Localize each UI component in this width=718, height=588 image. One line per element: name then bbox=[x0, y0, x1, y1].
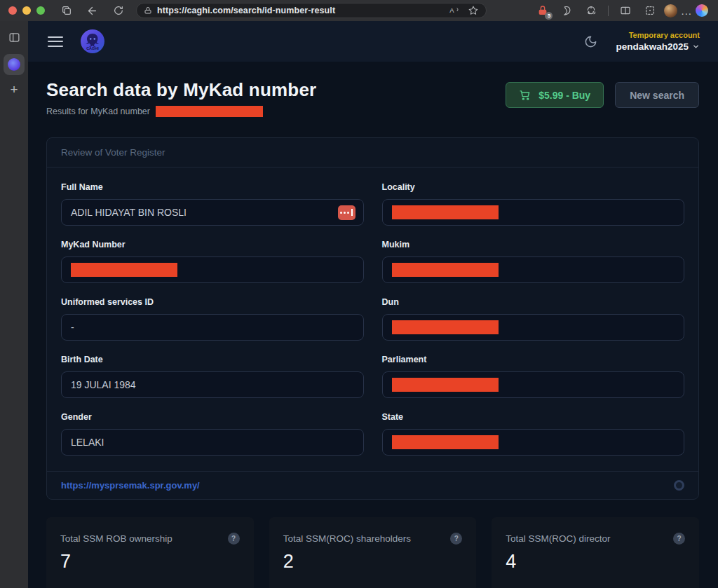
profile-avatar[interactable] bbox=[664, 4, 677, 18]
redacted-value-bar bbox=[71, 263, 177, 277]
field-gender: Gender LELAKI bbox=[61, 412, 364, 456]
window-controls bbox=[8, 6, 45, 15]
field-birth-date: Birth Date 19 JULAI 1984 bbox=[61, 355, 364, 398]
field-uniformed-services-id: Uniformed services ID - bbox=[61, 297, 364, 341]
redacted-value-bar bbox=[392, 320, 499, 334]
voter-register-card: Review of Voter Register Full Name ADIL … bbox=[46, 137, 699, 500]
app-window: CAGHI Temporary account pendakwah2025 Se… bbox=[28, 21, 718, 588]
password-manager-icon[interactable]: 5 bbox=[533, 1, 553, 20]
page-content: Search data by MyKad number Results for … bbox=[28, 62, 718, 588]
browser-chrome: https://caghi.com/search/id-number-resul… bbox=[0, 0, 718, 21]
gender-input[interactable]: LELAKI bbox=[61, 429, 364, 456]
toolbar-divider bbox=[608, 6, 609, 16]
source-link[interactable]: https://mysprsemak.spr.gov.my/ bbox=[61, 480, 200, 491]
app-logo-icon[interactable]: CAGHI bbox=[80, 29, 105, 54]
vpn-extension-icon[interactable] bbox=[556, 1, 577, 20]
field-dun: Dun bbox=[382, 297, 685, 341]
field-parliament: Parliament bbox=[382, 355, 685, 398]
password-badge: 5 bbox=[545, 12, 553, 20]
mykad-number-input[interactable] bbox=[61, 257, 364, 283]
account-type-label: Temporary account bbox=[616, 31, 700, 39]
buy-button-label: $5.99 - Buy bbox=[538, 90, 590, 101]
mukim-input[interactable] bbox=[382, 257, 685, 283]
help-icon[interactable]: ? bbox=[228, 533, 240, 545]
address-bar[interactable]: https://caghi.com/search/id-number-resul… bbox=[136, 3, 487, 18]
card-title: Review of Voter Register bbox=[47, 138, 698, 167]
copilot-icon[interactable] bbox=[696, 4, 708, 17]
field-locality: Locality bbox=[382, 182, 685, 226]
favorite-star-icon[interactable] bbox=[466, 1, 480, 20]
stat-value: 7 bbox=[60, 551, 240, 573]
full-name-input[interactable]: ADIL HIDAYAT BIN ROSLI bbox=[61, 199, 364, 226]
stat-card-ssm-rob-ownership: Total SSM ROB ownership ? 7 Search bbox=[46, 517, 254, 588]
stat-card-ssm-roc-shareholders: Total SSM(ROC) shareholders ? 2 Search bbox=[269, 517, 477, 588]
new-tab-button[interactable]: + bbox=[10, 83, 18, 96]
birth-date-input[interactable]: 19 JULAI 1984 bbox=[61, 371, 364, 398]
minimize-window-button[interactable] bbox=[22, 6, 31, 15]
account-name: pendakwah2025 bbox=[616, 41, 689, 52]
read-aloud-icon[interactable]: A bbox=[447, 1, 461, 20]
tab-panel-icon[interactable] bbox=[4, 28, 25, 46]
vertical-tab-strip: + bbox=[0, 21, 28, 588]
uniformed-services-id-input[interactable]: - bbox=[61, 314, 364, 341]
cart-icon bbox=[519, 89, 531, 101]
subtitle-text: Results for MyKad number bbox=[46, 107, 150, 116]
theme-toggle-moon-icon[interactable] bbox=[584, 35, 597, 48]
page-title: Search data by MyKad number bbox=[46, 79, 316, 101]
svg-text:A: A bbox=[449, 7, 454, 14]
locality-input[interactable] bbox=[382, 199, 685, 226]
redacted-value-bar bbox=[392, 378, 499, 392]
extension-icon[interactable] bbox=[581, 1, 602, 20]
app-header: CAGHI Temporary account pendakwah2025 bbox=[28, 21, 718, 62]
https-lock-icon bbox=[144, 6, 152, 15]
field-state: State bbox=[382, 412, 685, 456]
page-subtitle: Results for MyKad number bbox=[46, 106, 316, 117]
tab-copy-icon[interactable] bbox=[56, 1, 77, 20]
screenshot-icon[interactable] bbox=[639, 1, 661, 20]
redacted-value-bar bbox=[392, 435, 499, 449]
stat-card-ssm-roc-director: Total SSM(ROC) director ? 4 Search bbox=[492, 517, 699, 588]
account-menu[interactable]: Temporary account pendakwah2025 bbox=[616, 31, 700, 52]
dun-input[interactable] bbox=[382, 314, 685, 341]
maximize-window-button[interactable] bbox=[36, 6, 45, 15]
field-mukim: Mukim bbox=[382, 240, 685, 283]
stats-row: Total SSM ROB ownership ? 7 Search Total… bbox=[46, 517, 699, 588]
field-full-name: Full Name ADIL HIDAYAT BIN ROSLI bbox=[61, 182, 364, 226]
scroll-target-icon[interactable] bbox=[674, 480, 684, 491]
chevron-down-icon bbox=[692, 43, 700, 50]
svg-text:CAGHI: CAGHI bbox=[86, 46, 99, 50]
url-text: https://caghi.com/search/id-number-resul… bbox=[157, 6, 442, 15]
more-menu-icon[interactable]: ... bbox=[681, 5, 692, 17]
stat-value: 2 bbox=[283, 551, 463, 573]
redacted-value-bar bbox=[392, 205, 499, 219]
active-tab[interactable] bbox=[4, 54, 25, 75]
help-icon[interactable]: ? bbox=[673, 533, 685, 545]
state-input[interactable] bbox=[382, 429, 685, 456]
card-footer: https://mysprsemak.spr.gov.my/ bbox=[47, 471, 698, 499]
parliament-input[interactable] bbox=[382, 371, 685, 398]
site-favicon bbox=[8, 58, 20, 71]
split-screen-icon[interactable] bbox=[615, 1, 636, 20]
back-icon[interactable] bbox=[81, 1, 102, 20]
toolbar-extensions: 5 ... bbox=[533, 1, 708, 20]
reload-icon[interactable] bbox=[108, 1, 129, 20]
menu-button[interactable] bbox=[46, 34, 65, 50]
new-search-button[interactable]: New search bbox=[615, 82, 699, 108]
redaction-ellipsis-icon[interactable] bbox=[338, 205, 355, 220]
redacted-value-bar bbox=[392, 263, 499, 277]
buy-button[interactable]: $5.99 - Buy bbox=[506, 82, 604, 108]
help-icon[interactable]: ? bbox=[450, 533, 462, 545]
close-window-button[interactable] bbox=[8, 6, 17, 15]
field-mykad-number: MyKad Number bbox=[61, 240, 364, 283]
redacted-mykad-number bbox=[156, 106, 263, 117]
stat-value: 4 bbox=[506, 551, 685, 573]
